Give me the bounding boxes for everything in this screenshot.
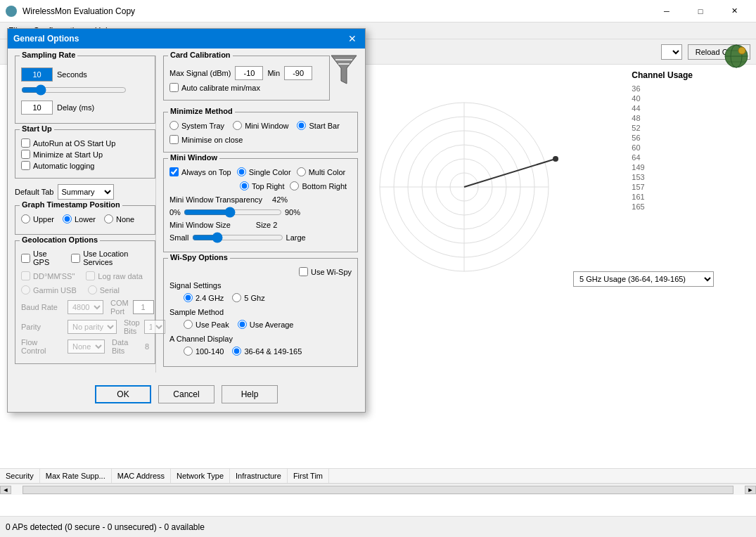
seconds-label: Seconds — [57, 70, 87, 79]
close-button[interactable]: ✕ — [718, 0, 750, 22]
start-bar-radio[interactable] — [297, 121, 306, 130]
flow-control-select[interactable]: None — [68, 339, 105, 354]
timestamp-none-radio[interactable] — [104, 214, 113, 224]
table-area: Security Max Rate Supp... MAC Address Ne… — [0, 468, 756, 484]
data-bits-value: 8 — [145, 342, 149, 351]
freq-dropdown-area: 5 GHz Usage (36-64, 149-165) — [573, 271, 714, 287]
parity-label: Parity — [21, 323, 63, 331]
status-text: 0 APs detected (0 secure - 0 unsecured) … — [6, 522, 205, 532]
use-location-label: Use Location Services — [83, 250, 149, 266]
minimise-close-checkbox[interactable] — [169, 135, 179, 144]
delay-input[interactable] — [21, 101, 53, 115]
window-size-slider[interactable] — [192, 232, 283, 243]
sample-method-label: Sample Method — [169, 308, 224, 316]
freq-5-label: 5 Ghz — [244, 294, 264, 302]
baud-label: Baud Rate — [21, 303, 63, 311]
size-label: Mini Window Size — [169, 221, 231, 229]
sampling-rate-title: Sampling Rate — [20, 51, 77, 59]
start-bar-label: Start Bar — [309, 122, 339, 130]
parity-select[interactable]: No parity — [68, 320, 117, 334]
minimize-method-group: Minimize Method System Tray Mini Window — [163, 112, 358, 153]
startup-group: Start Up AutoRun at OS Start Up Minimize… — [15, 129, 155, 179]
stop-bits-label: Stop Bits — [124, 318, 140, 335]
min-signal-input[interactable] — [284, 66, 312, 80]
col-infrastructure: Infrastructure — [230, 469, 288, 483]
use-wispy-checkbox[interactable] — [299, 267, 308, 276]
maximize-button[interactable]: □ — [684, 0, 717, 22]
col-network-type: Network Type — [171, 469, 230, 483]
dd-mmss-checkbox[interactable] — [21, 271, 30, 280]
data-bits-label: Data Bits — [112, 338, 139, 355]
autolog-checkbox[interactable] — [21, 161, 30, 170]
geolocation-title: Geolocation Options — [20, 235, 100, 244]
ch-100-radio[interactable] — [184, 347, 193, 356]
com-port-label: COM Port — [110, 299, 129, 316]
transparency-slider[interactable] — [184, 207, 282, 218]
log-raw-checkbox[interactable] — [86, 271, 95, 280]
app-title: WirelessMon Evaluation Copy — [23, 6, 135, 16]
table-header: Security Max Rate Supp... MAC Address Ne… — [0, 468, 756, 484]
sampling-rate-group: Sampling Rate Seconds Delay (ms) — [15, 56, 155, 124]
multi-color-radio[interactable] — [297, 167, 306, 176]
dd-mmss-label: DD°MM'SS" — [33, 272, 75, 280]
col-first-time: First Tim — [288, 469, 329, 483]
use-peak-radio[interactable] — [184, 320, 193, 329]
sampling-rate-input[interactable] — [21, 67, 53, 82]
dialog-close-button[interactable]: ✕ — [345, 32, 359, 46]
serial-radio[interactable] — [88, 285, 97, 295]
default-tab-group: Default Tab Summary Networks Graphs — [15, 184, 155, 200]
system-tray-label: System Tray — [181, 122, 224, 130]
mini-window-radio[interactable] — [233, 121, 242, 130]
network-dropdown[interactable] — [661, 44, 682, 60]
stop-bits-select[interactable]: 1 — [144, 320, 165, 334]
minimize-start-checkbox[interactable] — [21, 150, 30, 159]
com-port-input[interactable] — [133, 300, 154, 314]
funnel-icon-area — [330, 56, 358, 84]
ch-36-radio[interactable] — [232, 347, 241, 356]
timestamp-lower-radio[interactable] — [63, 214, 72, 224]
col-maxrate: Max Rate Supp... — [40, 469, 112, 483]
freq-5-radio[interactable] — [232, 293, 241, 302]
use-gps-checkbox[interactable] — [21, 254, 30, 263]
default-tab-select[interactable]: Summary Networks Graphs — [58, 184, 114, 200]
scroll-left[interactable]: ◄ — [0, 486, 11, 494]
channel-display-label: A Channel Display — [169, 335, 233, 343]
help-button[interactable]: Help — [222, 385, 278, 403]
scroll-right[interactable]: ► — [745, 486, 756, 494]
svg-point-5 — [738, 47, 745, 54]
log-raw-label: Log raw data — [98, 272, 143, 280]
ch-100-label: 100-140 — [196, 347, 224, 356]
garmin-radio[interactable] — [21, 285, 30, 295]
scrollbar-area: ◄ ► — [0, 484, 756, 495]
bottom-right-radio[interactable] — [290, 181, 299, 190]
bottom-right-label: Bottom Right — [302, 182, 347, 190]
system-tray-radio[interactable] — [169, 121, 179, 130]
scrollbar-track[interactable] — [23, 486, 733, 494]
ok-button[interactable]: OK — [95, 385, 151, 403]
col-mac: MAC Address — [112, 469, 171, 483]
use-location-checkbox[interactable] — [71, 254, 80, 263]
freq-select[interactable]: 5 GHz Usage (36-64, 149-165) — [573, 271, 714, 287]
cancel-button[interactable]: Cancel — [158, 385, 214, 403]
transparency-value: 42% — [272, 195, 288, 204]
size-small-label: Small — [169, 233, 189, 242]
timestamp-upper-label: Upper — [33, 215, 54, 224]
app-icon — [6, 6, 17, 17]
auto-calibrate-checkbox[interactable] — [169, 83, 179, 92]
top-right-radio[interactable] — [240, 181, 249, 190]
max-signal-input[interactable] — [235, 66, 263, 80]
autorun-checkbox[interactable] — [21, 138, 30, 148]
always-top-checkbox[interactable] — [169, 167, 179, 176]
use-average-radio[interactable] — [238, 320, 247, 329]
single-color-radio[interactable] — [237, 167, 246, 176]
pct-min-label: 0% — [169, 208, 181, 216]
freq-24-label: 2.4 GHz — [196, 294, 224, 302]
minimize-button[interactable]: ─ — [651, 0, 683, 22]
use-gps-label: Use GPS — [33, 250, 60, 266]
sampling-rate-slider[interactable] — [21, 84, 127, 96]
freq-24-radio[interactable] — [184, 293, 193, 302]
signal-settings-label: Signal Settings — [169, 281, 221, 290]
baud-select[interactable]: 4800 — [68, 300, 103, 314]
timestamp-upper-radio[interactable] — [21, 214, 30, 224]
timestamp-none-label: None — [116, 215, 134, 224]
